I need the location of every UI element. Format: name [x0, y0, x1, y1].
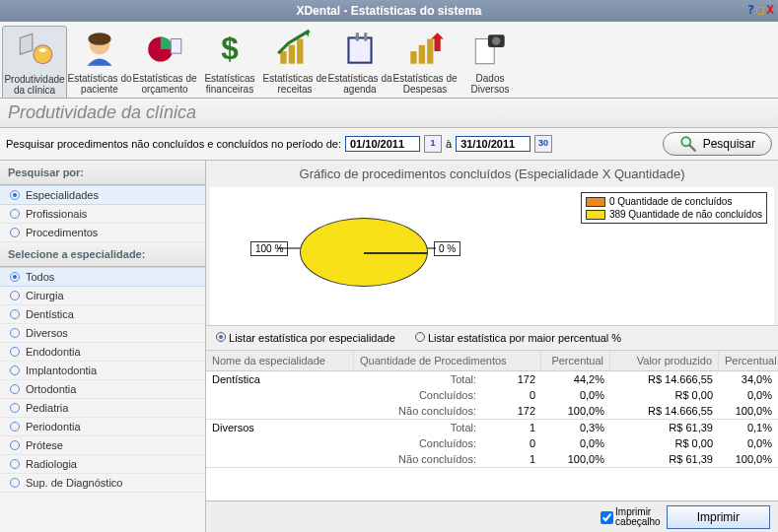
table-group: DentísticaTotal:17244,2%R$ 14.666,5534,0…	[206, 371, 778, 420]
th-percent2[interactable]: Percentual	[719, 351, 778, 370]
cell-row-label: Total:	[354, 420, 482, 435]
swatch-yellow-icon	[586, 210, 605, 220]
footer-bar: Imprimir cabeçalho Imprimir	[206, 500, 778, 532]
sidebar-item[interactable]: Sup. de Diagnóstico	[0, 474, 205, 493]
sidebar-item[interactable]: Dentística	[0, 305, 205, 324]
radio-icon	[10, 403, 20, 413]
cell-percent: 0,3%	[541, 420, 610, 435]
sidebar-item[interactable]: Prótese	[0, 436, 205, 455]
cell-percent: 100,0%	[541, 451, 610, 467]
cell-value: R$ 61,39	[610, 420, 719, 435]
radio-icon	[10, 440, 20, 450]
sidebar-item-label: Profissionais	[26, 208, 87, 220]
toolbar-label: Estatísticasfinanceiras	[197, 73, 262, 95]
sidebar-item-label: Todos	[26, 271, 54, 283]
svg-rect-13	[364, 33, 367, 40]
sidebar-item[interactable]: Radiologia	[0, 455, 205, 474]
search-button[interactable]: Pesquisar	[663, 132, 772, 156]
print-header-check[interactable]	[601, 511, 613, 524]
sidebar-item-label: Radiologia	[26, 458, 77, 470]
svg-rect-6	[280, 51, 286, 64]
cell-percent: 100,0%	[541, 403, 610, 419]
table-row: DiversosTotal:10,3%R$ 61,390,1%	[206, 420, 778, 435]
help-icon[interactable]: ?	[747, 2, 755, 18]
toolbar-item-7[interactable]: DadosDiversos	[458, 26, 523, 98]
sidebar-item[interactable]: Periodontia	[0, 418, 205, 436]
sidebar-item-label: Ortodontia	[26, 383, 76, 395]
cell-row-label: Concluídos:	[354, 387, 482, 403]
cell-name	[206, 451, 354, 467]
svg-rect-4	[171, 39, 181, 54]
sidebar-item-label: Implantodontia	[26, 365, 97, 376]
th-value[interactable]: Valor produzido	[610, 351, 719, 370]
th-percent[interactable]: Percentual	[541, 351, 610, 370]
toolbar-item-1[interactable]: Estatísticas dopaciente	[67, 26, 132, 98]
radio-icon	[10, 459, 20, 469]
toolbar-label: Estatísticas deorçamento	[132, 73, 197, 95]
page-title: Produtividade da clínica	[0, 99, 778, 128]
sidebar-item[interactable]: Todos	[0, 267, 205, 287]
content-pane: Gráfico de procedimentos concluídos (Esp…	[206, 161, 778, 532]
table-sort-options: Listar estatística por especialidade Lis…	[206, 325, 778, 351]
cell-percent2: 0,1%	[719, 420, 778, 435]
date-to-input[interactable]	[456, 136, 530, 152]
sidebar-item[interactable]: Ortodontia	[0, 380, 205, 399]
th-name[interactable]: Nome da especialidade	[206, 351, 354, 370]
sidebar-item[interactable]: Especialidades	[0, 185, 205, 205]
cell-percent2: 100,0%	[719, 451, 778, 467]
date-from-input[interactable]	[345, 136, 420, 152]
legend-text-undone: 389 Quantidade de não concluídos	[609, 209, 762, 220]
chart-title: Gráfico de procedimentos concluídos (Esp…	[206, 161, 778, 187]
cell-name	[206, 403, 354, 419]
cell-qty: 0	[482, 387, 541, 403]
calendar-from-icon[interactable]: 1	[424, 135, 442, 153]
sidebar-item-label: Pediatria	[26, 402, 68, 414]
toolbar-item-2[interactable]: Estatísticas deorçamento	[132, 26, 197, 98]
toolbar-label: Estatísticas dereceitas	[262, 73, 327, 95]
svg-line-22	[689, 146, 694, 151]
opt-by-percent[interactable]: Listar estatística por maior percentual …	[415, 332, 621, 344]
print-button[interactable]: Imprimir	[667, 505, 770, 529]
svg-rect-11	[350, 39, 371, 62]
sidebar-item[interactable]: Endodontia	[0, 343, 205, 362]
cell-qty: 0	[482, 435, 541, 451]
cell-name	[206, 435, 354, 451]
sidebar-item[interactable]: Profissionais	[0, 205, 205, 224]
sidebar-item[interactable]: Diversos	[0, 324, 205, 343]
print-header-checkbox[interactable]: Imprimir cabeçalho	[601, 507, 661, 527]
sidebar-item[interactable]: Pediatria	[0, 399, 205, 418]
cell-qty: 172	[482, 371, 541, 387]
cell-percent: 44,2%	[541, 371, 610, 387]
sidebar-item-label: Cirurgia	[26, 290, 64, 301]
toolbar-item-4[interactable]: Estatísticas dereceitas	[262, 26, 327, 98]
chart-legend: 0 Quantidade de concluídos 389 Quantidad…	[581, 192, 767, 224]
patient-icon	[67, 26, 132, 73]
pie-chart: 0 Quantidade de concluídos 389 Quantidad…	[210, 187, 774, 325]
svg-text:$: $	[221, 31, 239, 66]
cell-name: Diversos	[206, 420, 354, 435]
close-icon[interactable]: X	[766, 2, 774, 18]
radio-icon	[10, 291, 20, 300]
sidebar-item[interactable]: Implantodontia	[0, 362, 205, 380]
cell-row-label: Não concluídos:	[354, 451, 482, 467]
radio-icon	[10, 309, 20, 319]
sidebar-item[interactable]: Procedimentos	[0, 224, 205, 242]
cell-percent2: 0,0%	[719, 387, 778, 403]
toolbar-item-3[interactable]: $Estatísticasfinanceiras	[197, 26, 262, 98]
svg-point-20	[492, 36, 500, 44]
radio-icon	[10, 422, 20, 432]
toolbar-item-5[interactable]: Estatísticas daagenda	[327, 26, 392, 98]
th-qty[interactable]: Quantidade de Procedimentos	[354, 351, 541, 370]
cell-name	[206, 387, 354, 403]
svg-point-2	[88, 33, 110, 45]
sidebar-item[interactable]: Cirurgia	[0, 287, 205, 305]
sidebar-section-search-by: Pesquisar por:	[0, 161, 205, 185]
minimize-icon[interactable]: ▢	[756, 2, 764, 18]
productivity-icon	[3, 27, 66, 74]
search-label: Pesquisar procedimentos não concluídos e…	[6, 138, 341, 150]
calendar-to-icon[interactable]: 30	[534, 135, 552, 153]
toolbar-item-6[interactable]: Estatísticas deDespesas	[392, 26, 458, 98]
table-row: DentísticaTotal:17244,2%R$ 14.666,5534,0…	[206, 371, 778, 387]
opt-by-speciality[interactable]: Listar estatística por especialidade	[216, 332, 395, 344]
toolbar-item-0[interactable]: Produtividadeda clínica	[2, 26, 67, 98]
